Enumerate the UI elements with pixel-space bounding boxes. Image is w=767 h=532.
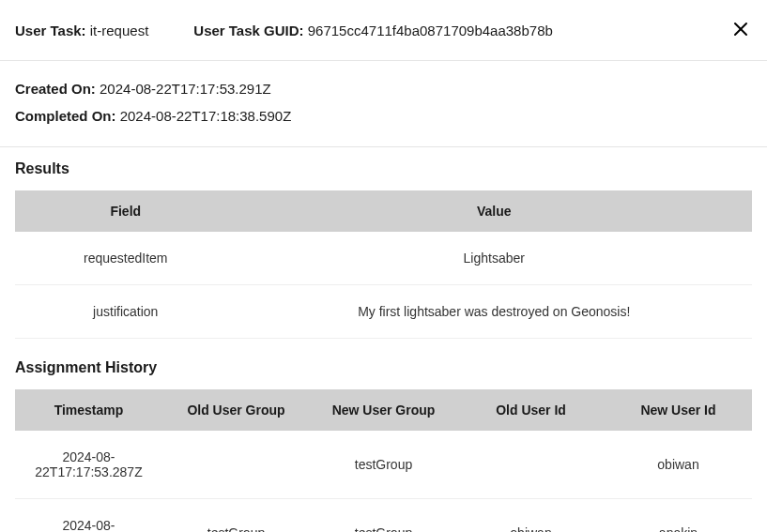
created-on-field: Created On: 2024-08-22T17:17:53.291Z: [15, 76, 752, 103]
user-task-field: User Task: it-request: [15, 23, 148, 38]
table-row: 2024-08-22T17:18:17.574Z testGroup testG…: [15, 499, 752, 533]
history-old-user-cell: obiwan: [457, 499, 605, 533]
user-task-label: User Task:: [15, 23, 86, 38]
table-row: justification My first lightsaber was de…: [15, 285, 752, 339]
completed-on-label: Completed On:: [15, 108, 116, 124]
user-task-guid-field: User Task GUID: 96715cc4711f4ba0871709b4…: [193, 23, 553, 38]
results-field-cell: requestedItem: [15, 232, 237, 285]
table-row: 2024-08-22T17:17:53.287Z testGroup obiwa…: [15, 431, 752, 499]
history-old-user-cell: [457, 431, 605, 499]
results-header-row: Field Value: [15, 190, 752, 232]
results-header-field: Field: [15, 190, 237, 232]
history-header-old-group: Old User Group: [162, 389, 310, 431]
history-title: Assignment History: [15, 359, 752, 376]
created-on-label: Created On:: [15, 81, 96, 97]
completed-on-value: 2024-08-22T17:18:38.590Z: [120, 108, 292, 124]
history-old-group-cell: testGroup: [162, 499, 310, 533]
history-header-new-user: New User Id: [605, 389, 752, 431]
history-timestamp-cell: 2024-08-22T17:18:17.574Z: [15, 499, 162, 533]
results-value-cell: My first lightsaber was destroyed on Geo…: [237, 285, 753, 339]
created-on-value: 2024-08-22T17:17:53.291Z: [100, 81, 271, 97]
history-header-new-group: New User Group: [310, 389, 457, 431]
table-row: requestedItem Lightsaber: [15, 232, 752, 285]
header-row: User Task: it-request User Task GUID: 96…: [0, 0, 767, 61]
history-old-group-cell: [162, 431, 310, 499]
history-new-group-cell: testGroup: [310, 499, 457, 533]
history-section: Assignment History Timestamp Old User Gr…: [0, 346, 767, 532]
results-value-cell: Lightsaber: [237, 232, 753, 285]
history-timestamp-cell: 2024-08-22T17:17:53.287Z: [15, 431, 162, 499]
history-header-row: Timestamp Old User Group New User Group …: [15, 389, 752, 431]
close-icon: [733, 22, 748, 37]
user-task-value: it-request: [90, 23, 149, 38]
user-task-guid-value: 96715cc4711f4ba0871709b4aa38b78b: [308, 23, 553, 38]
history-header-old-user: Old User Id: [457, 389, 605, 431]
results-table: Field Value requestedItem Lightsaber jus…: [15, 190, 752, 339]
history-new-user-cell: anakin: [605, 499, 752, 533]
history-new-user-cell: obiwan: [605, 431, 752, 499]
results-title: Results: [15, 160, 752, 177]
header-left: User Task: it-request User Task GUID: 96…: [15, 23, 553, 38]
results-header-value: Value: [237, 190, 753, 232]
results-field-cell: justification: [15, 285, 237, 339]
close-button[interactable]: [729, 17, 752, 43]
user-task-guid-label: User Task GUID:: [193, 23, 303, 38]
meta-section: Created On: 2024-08-22T17:17:53.291Z Com…: [0, 61, 767, 147]
history-new-group-cell: testGroup: [310, 431, 457, 499]
completed-on-field: Completed On: 2024-08-22T17:18:38.590Z: [15, 103, 752, 130]
history-header-timestamp: Timestamp: [15, 389, 162, 431]
results-section: Results Field Value requestedItem Lights…: [0, 147, 767, 346]
history-table: Timestamp Old User Group New User Group …: [15, 389, 752, 532]
